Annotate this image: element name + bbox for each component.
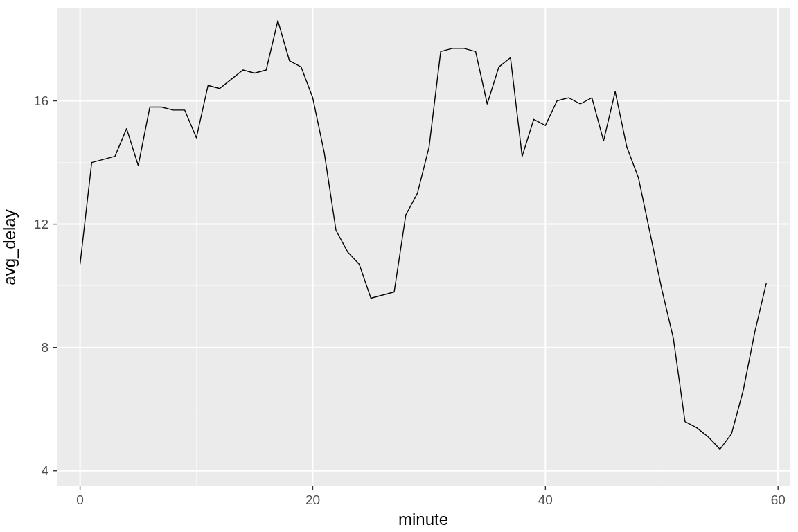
x-axis-title: minute: [398, 510, 448, 529]
x-tick-label: 20: [305, 493, 320, 507]
y-tick-label: 4: [41, 463, 48, 478]
x-tick-label: 40: [538, 493, 553, 507]
y-tick-label: 8: [41, 340, 48, 355]
y-axis-title: avg_delay: [0, 209, 19, 285]
y-tick-label: 16: [34, 94, 48, 108]
chart-svg: 0204060481216minuteavg_delay: [0, 0, 798, 532]
x-tick-label: 0: [76, 493, 84, 507]
y-tick-label: 12: [34, 217, 48, 231]
line-chart: 0204060481216minuteavg_delay: [0, 0, 798, 532]
x-tick-label: 60: [771, 493, 786, 507]
plot-panel: [57, 8, 790, 486]
